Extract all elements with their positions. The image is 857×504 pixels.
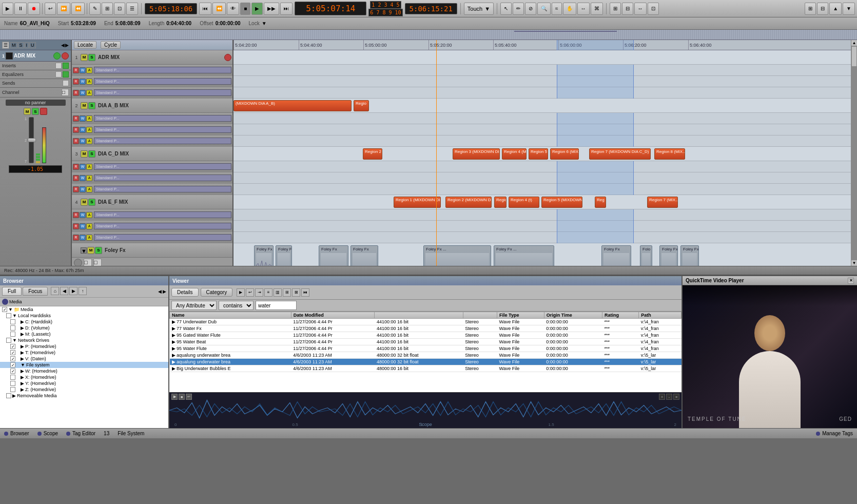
- tree-expand-v[interactable]: ▶: [21, 356, 24, 361]
- tracks-scrollbar[interactable]: ▲ ▼: [851, 40, 857, 266]
- toolbar-btn-2[interactable]: ⏸: [14, 3, 27, 15]
- t2s3-r[interactable]: R: [73, 138, 79, 144]
- t4s1-r[interactable]: R: [73, 212, 79, 218]
- rtool-6[interactable]: ⊟: [817, 3, 828, 15]
- t2s3-a[interactable]: A: [86, 138, 92, 144]
- browser-tab-focus[interactable]: Focus: [23, 287, 48, 296]
- browser-search-icon[interactable]: [2, 299, 8, 305]
- foley-region-10[interactable]: Foley Fx: [680, 245, 699, 266]
- tool-pointer[interactable]: ↖: [500, 3, 512, 15]
- viewer-btn3[interactable]: ⇥: [255, 288, 263, 297]
- scope-settings[interactable]: ≡: [673, 394, 679, 400]
- locate-button[interactable]: Locate: [74, 41, 96, 49]
- tree-z[interactable]: ▶ Z: (Homedrive): [0, 386, 168, 393]
- tree-v[interactable]: ✓ ▶ V: (Daten): [0, 356, 168, 362]
- t2s2-a[interactable]: A: [86, 127, 92, 133]
- eq-icon-1[interactable]: [55, 71, 62, 77]
- t3s3-w[interactable]: W: [80, 186, 86, 192]
- t1s2-w[interactable]: W: [80, 79, 86, 85]
- t3s1-a[interactable]: A: [86, 164, 92, 170]
- v-checkbox[interactable]: ✓: [10, 356, 15, 361]
- transport-rew2[interactable]: ⏪: [212, 3, 226, 15]
- foley-region-4[interactable]: Foley Fx: [350, 245, 378, 266]
- status-manage-tags[interactable]: Manage Tags: [816, 431, 853, 436]
- browser-back-btn[interactable]: ◀: [60, 287, 68, 295]
- touch-mode-dropdown[interactable]: Touch ▼: [464, 3, 494, 15]
- rtool-4[interactable]: ⊡: [648, 3, 659, 15]
- tree-expand-w[interactable]: ▶: [21, 369, 24, 374]
- t4s2-plugin[interactable]: Standard P...: [94, 223, 231, 229]
- tree-media[interactable]: ✓ ▼ 📁 Media: [0, 306, 168, 313]
- tree-network[interactable]: ▼ Network Drives: [0, 337, 168, 343]
- tree-expand-c[interactable]: ▶: [21, 319, 24, 324]
- t3s1-w[interactable]: W: [80, 164, 86, 170]
- region-t2-2[interactable]: Regio: [354, 100, 369, 111]
- region-t4-7[interactable]: Region 7 (MIX...): [647, 197, 678, 208]
- t1s1-a[interactable]: A: [86, 67, 92, 73]
- t2s1-a[interactable]: A: [86, 115, 92, 122]
- scroll-track[interactable]: [851, 46, 857, 260]
- t4-mute[interactable]: M: [81, 199, 88, 206]
- t3-solo[interactable]: S: [88, 150, 95, 158]
- foley-expand[interactable]: ▼: [81, 247, 87, 254]
- view-inserts[interactable]: I: [25, 42, 29, 48]
- expand-btn[interactable]: ▶: [65, 43, 69, 48]
- rtool-2[interactable]: ⊟: [622, 3, 633, 15]
- viewer-btn7[interactable]: ⊠: [292, 288, 300, 297]
- t1-mute[interactable]: M: [81, 54, 88, 61]
- browser-home-btn[interactable]: ⌂: [51, 287, 59, 295]
- t-checkbox[interactable]: ✓: [10, 350, 15, 355]
- tool-trim[interactable]: ↔: [577, 3, 590, 15]
- region-t3-7[interactable]: Region 8 (MIX...: [654, 148, 685, 160]
- region-t4-2[interactable]: Region 2 (MIXDOWN DIA E_F): [445, 197, 492, 208]
- t3s3-a[interactable]: A: [86, 186, 92, 192]
- region-t3-1[interactable]: Region 2: [363, 148, 382, 160]
- view-sends[interactable]: S: [18, 42, 24, 48]
- transport-eye[interactable]: 👁: [227, 3, 239, 15]
- t2s1-plugin[interactable]: Standard P...: [94, 115, 231, 122]
- transport-play2[interactable]: ▶▶: [264, 3, 279, 15]
- foley-btn1[interactable]: □: [84, 259, 92, 266]
- d-checkbox[interactable]: [10, 325, 15, 331]
- t1s1-w[interactable]: W: [80, 67, 86, 73]
- t2s2-r[interactable]: R: [73, 127, 79, 133]
- tool-eraser[interactable]: ⊘: [525, 3, 536, 15]
- rtool-7[interactable]: ▲: [829, 3, 842, 15]
- local-checkbox[interactable]: [6, 313, 11, 318]
- scope-play[interactable]: ▶: [171, 394, 178, 400]
- region-t3-5[interactable]: Region 6 (MIXDO...): [550, 148, 579, 160]
- t3s1-r[interactable]: R: [73, 164, 79, 170]
- tree-expand-network[interactable]: ▼: [12, 338, 17, 343]
- toolbar-btn-6[interactable]: ⊞: [102, 3, 113, 15]
- t1s1-plugin[interactable]: Standard P...: [94, 67, 231, 73]
- t4s2-w[interactable]: W: [80, 223, 86, 229]
- foley-region-2[interactable]: Foley Fx: [276, 245, 292, 266]
- t2s1-w[interactable]: W: [80, 115, 86, 122]
- tree-local[interactable]: ▼ Local Harddisks: [0, 313, 168, 319]
- region-t3-4[interactable]: Region 5 (M): [529, 148, 548, 160]
- removeable-checkbox[interactable]: [6, 393, 11, 398]
- scope-zoom-in[interactable]: +: [659, 394, 665, 400]
- region-t3-3[interactable]: Region 4 (MIX): [502, 148, 527, 160]
- p-checkbox[interactable]: ✓: [10, 344, 15, 349]
- t3s2-r[interactable]: R: [73, 175, 79, 181]
- t4s1-plugin[interactable]: Standard P...: [94, 211, 231, 218]
- file-row-3[interactable]: ▶ 95 Water Beat 11/27/2006 4:44 Pr 44100…: [170, 339, 681, 345]
- t1s3-a[interactable]: A: [86, 90, 92, 96]
- browser-up-btn[interactable]: ↑: [79, 287, 87, 295]
- view-mix[interactable]: M: [10, 42, 17, 48]
- eq-icon-2[interactable]: [63, 71, 69, 77]
- timeline-tracks-area[interactable]: 5:04:20:00 5:04:40:00 5:05:00:00 5:05:20…: [233, 40, 851, 266]
- t2-solo[interactable]: S: [88, 102, 95, 109]
- scroll-down-btn[interactable]: ▼: [851, 260, 857, 266]
- m-checkbox[interactable]: [10, 332, 15, 337]
- t3s3-plugin[interactable]: Standard P...: [94, 186, 231, 192]
- t4s3-plugin[interactable]: Standard P...: [94, 234, 231, 241]
- media-checkbox[interactable]: ✓: [2, 307, 7, 312]
- browser-tree[interactable]: ✓ ▼ 📁 Media ▼ Local Harddisks ▶ C: (Hard…: [0, 306, 168, 428]
- mute-btn[interactable]: M: [24, 108, 31, 115]
- w-checkbox[interactable]: ✓: [10, 369, 15, 374]
- foley-region-1[interactable]: Foley Fx: [254, 245, 274, 266]
- region-t4-6[interactable]: Reg: [595, 197, 606, 208]
- col-rating[interactable]: Rating: [602, 312, 639, 319]
